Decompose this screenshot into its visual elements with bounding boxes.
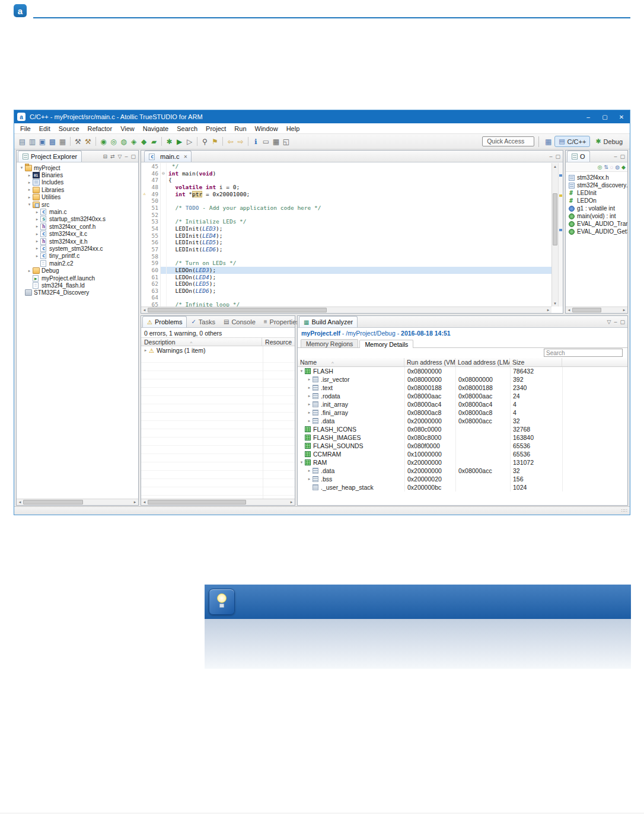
horizontal-scrollbar[interactable]: ◂ ▸ bbox=[566, 307, 627, 313]
code-line[interactable]: 65 /* Infinite loop */ bbox=[141, 301, 551, 307]
tree-item[interactable]: ▾ myProject bbox=[17, 164, 138, 171]
code-line[interactable]: 46 ⊖ int main(void) bbox=[141, 170, 551, 177]
expander-icon[interactable]: ▸ bbox=[34, 217, 40, 222]
fold-icon[interactable] bbox=[161, 191, 167, 198]
tree-item[interactable]: ▸ main.c bbox=[17, 208, 138, 215]
fold-icon[interactable] bbox=[161, 294, 167, 301]
trace-log-icon[interactable]: ◉ bbox=[98, 136, 109, 146]
maximize-icon[interactable]: ▢ bbox=[620, 154, 625, 159]
menu-item[interactable]: Edit bbox=[35, 125, 55, 132]
menu-item[interactable]: Window bbox=[251, 125, 282, 132]
memory-row[interactable]: CCMRAM 0x10000000 65536 bbox=[298, 450, 627, 458]
hide-static-icon[interactable]: ◍ bbox=[615, 164, 620, 170]
outline-item[interactable]: EVAL_AUDIO_Transf bbox=[566, 220, 627, 228]
scroll-left-icon[interactable]: ◂ bbox=[141, 499, 148, 506]
outline-item[interactable]: g1 : volatile int bbox=[566, 205, 627, 212]
overview-mark[interactable] bbox=[559, 174, 562, 177]
code-line[interactable]: 48 volatile int i = 0; bbox=[141, 184, 551, 191]
tree-item[interactable]: ▸ Libraries bbox=[17, 186, 138, 193]
toolbar-separator[interactable] bbox=[248, 137, 248, 146]
column-description[interactable]: Description ^ bbox=[141, 338, 262, 346]
forward-icon[interactable]: ⇨ bbox=[235, 136, 246, 146]
expander-icon[interactable]: ▸ bbox=[307, 402, 312, 407]
tab-project-explorer[interactable]: Project Explorer bbox=[18, 151, 82, 162]
memory-view-icon[interactable]: ▰ bbox=[149, 136, 159, 146]
column-run-address[interactable]: Run address (VMA) bbox=[404, 358, 455, 366]
code-line[interactable]: 45 */ bbox=[141, 163, 551, 170]
fold-icon[interactable] bbox=[161, 197, 167, 205]
fold-icon[interactable] bbox=[161, 177, 167, 184]
editor-area-icon[interactable]: ▭ bbox=[261, 136, 271, 146]
maximize-button[interactable]: ▢ bbox=[597, 110, 613, 123]
tree-item[interactable]: ▸ Debug bbox=[17, 267, 138, 274]
external-tools-icon[interactable]: ▷ bbox=[184, 136, 195, 146]
expander-icon[interactable]: ▸ bbox=[34, 246, 40, 251]
fold-icon[interactable] bbox=[161, 246, 167, 253]
minimize-button[interactable]: – bbox=[580, 110, 597, 123]
open-perspective-icon[interactable]: ▦ bbox=[543, 136, 553, 146]
collapse-all-icon[interactable]: ⊟ bbox=[103, 154, 107, 159]
tree-item[interactable]: ▾ src bbox=[17, 201, 138, 208]
scroll-up-icon[interactable]: ▴ bbox=[552, 163, 559, 170]
tab-main-c[interactable]: main.c ✕ bbox=[144, 151, 192, 162]
menu-item[interactable]: Navigate bbox=[139, 125, 173, 132]
memory-row[interactable]: ▸ .rodata 0x08000aac 0x08000aac 24 bbox=[298, 392, 627, 400]
tree-item[interactable]: ▸ stm32f4xx_it.c bbox=[17, 231, 138, 238]
overview-mark[interactable] bbox=[559, 194, 562, 197]
expander-icon[interactable]: ▸ bbox=[307, 377, 312, 382]
fold-icon[interactable]: ⊖ bbox=[161, 170, 167, 177]
expander-icon[interactable]: ▸ bbox=[307, 419, 312, 423]
perspective-button[interactable]: ✱ Debug bbox=[591, 136, 627, 147]
toolbar-separator[interactable] bbox=[161, 137, 162, 146]
menu-item[interactable]: Run bbox=[230, 125, 250, 132]
fold-icon[interactable] bbox=[161, 274, 167, 281]
horizontal-scrollbar[interactable]: ◂ ▸ bbox=[17, 499, 138, 505]
memory-row[interactable]: ▾ FLASH 0x08000000 786432 bbox=[298, 367, 627, 375]
expander-icon[interactable]: ▸ bbox=[34, 232, 40, 237]
focus-icon[interactable]: ◎ bbox=[597, 164, 602, 170]
maximize-icon[interactable]: ▢ bbox=[620, 319, 625, 325]
swv-console-icon[interactable]: ◎ bbox=[109, 136, 119, 146]
debug-config-icon[interactable]: ✱ bbox=[164, 136, 174, 146]
column-load-address[interactable]: Load address (LMA) bbox=[455, 358, 510, 366]
scroll-down-icon[interactable]: ▾ bbox=[552, 300, 559, 307]
scroll-left-icon[interactable]: ◂ bbox=[141, 307, 148, 314]
view-tab[interactable]: ⚠ Problems bbox=[142, 316, 187, 327]
memory-tab[interactable]: Memory Regions bbox=[301, 339, 358, 347]
quick-access-button[interactable]: Quick Access bbox=[482, 136, 534, 146]
toolbar-separator[interactable] bbox=[70, 137, 71, 146]
grid-view-icon[interactable]: ▦ bbox=[271, 136, 281, 146]
code-line[interactable]: 57 LEDInit(LED6); bbox=[141, 246, 551, 253]
restore-windows-icon[interactable]: ◱ bbox=[281, 136, 291, 146]
search-icon[interactable]: ⚲ bbox=[200, 136, 210, 146]
build-all-icon[interactable]: ⚒ bbox=[73, 136, 83, 146]
back-icon[interactable]: ⇦ bbox=[225, 136, 235, 146]
fold-icon[interactable] bbox=[161, 163, 167, 170]
scroll-right-icon[interactable]: ▸ bbox=[545, 307, 551, 314]
expander-icon[interactable]: ▸ bbox=[307, 477, 312, 481]
menu-item[interactable]: View bbox=[116, 125, 139, 132]
memory-row[interactable]: ▾ RAM 0x20000000 131072 bbox=[298, 458, 627, 467]
code-line[interactable]: 52 bbox=[141, 212, 551, 219]
menu-item[interactable]: File bbox=[16, 125, 35, 132]
toolbar-separator[interactable] bbox=[197, 137, 197, 146]
menu-item[interactable]: Project bbox=[202, 125, 230, 132]
code-line[interactable]: 59 /* Turn on LEDs */ bbox=[141, 260, 551, 267]
sort-icon[interactable]: ⇅ bbox=[604, 164, 608, 170]
expander-icon[interactable]: ▾ bbox=[19, 165, 24, 170]
tab-outline[interactable]: O bbox=[567, 151, 590, 162]
fold-icon[interactable] bbox=[161, 218, 167, 225]
tree-item[interactable]: ▸ Binaries bbox=[17, 171, 138, 178]
minimize-icon[interactable]: – bbox=[125, 154, 127, 159]
horizontal-scrollbar[interactable]: ◂ ▸ bbox=[141, 307, 551, 313]
fold-icon[interactable] bbox=[161, 280, 167, 288]
memory-row[interactable]: ▸ .text 0x08000188 0x08000188 2340 bbox=[298, 384, 627, 392]
tree-item[interactable]: stm32f4_flash.ld bbox=[17, 282, 138, 289]
fold-icon[interactable] bbox=[161, 205, 167, 212]
outline-item[interactable]: LEDInit bbox=[566, 189, 627, 197]
menu-item[interactable]: Help bbox=[282, 125, 304, 132]
expander-icon[interactable]: ▸ bbox=[307, 394, 312, 398]
code-line[interactable]: 54 LEDInit(LED3); bbox=[141, 225, 551, 232]
save-all-icon[interactable]: ▩ bbox=[47, 136, 58, 146]
expander-icon[interactable]: ▸ bbox=[143, 348, 148, 353]
